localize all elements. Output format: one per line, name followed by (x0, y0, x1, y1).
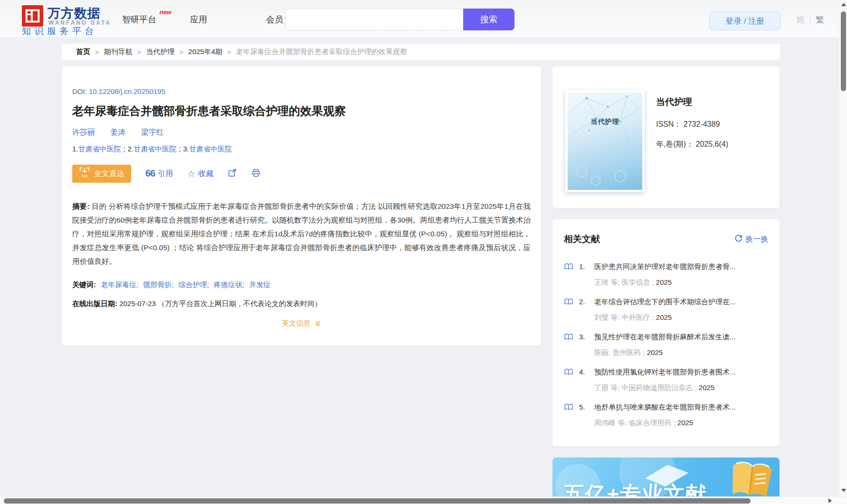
related-item-meta: 丁朋 等; 中国药物滥用防治杂志 ;2025 (594, 383, 768, 392)
keyword-link[interactable]: 并发症 (249, 280, 271, 289)
book-icon (564, 298, 573, 308)
author-link[interactable]: 姜涛 (110, 128, 125, 136)
keyword-link[interactable]: 老年尿毒症 (101, 280, 136, 289)
keywords-row: 关键词: 老年尿毒症; 髋部骨折; 综合护理; 疼痛症状; 并发症 (72, 280, 531, 289)
breadcrumb-item-home[interactable]: 首页 (76, 47, 90, 56)
issue-value: 2025,6(4) (696, 140, 729, 148)
breadcrumb-item-issue[interactable]: 2025年4期 (188, 47, 222, 56)
related-item-title[interactable]: 预防性使用氯化钾对老年髋部骨折患者围术... (594, 367, 768, 377)
vertical-scrollbar[interactable] (839, 0, 847, 496)
journal-cover: 当代护理 (565, 90, 645, 192)
refresh-button[interactable]: 换一换 (734, 234, 768, 244)
related-list: 1. 医护患共同决策护理对老年髋部骨折患者骨... 王琦 等; 医学信息 ;20… (552, 262, 780, 438)
affiliation-link[interactable]: 甘肃省中医院 (78, 145, 121, 153)
related-item-number: 4. (579, 367, 585, 377)
keyword-link[interactable]: 疼痛症状 (214, 280, 242, 289)
doi-label: DOI: (72, 87, 87, 95)
related-item: 4. 预防性使用氯化钾对老年髋部骨折患者围术... 丁朋 等; 中国药物滥用防治… (552, 367, 780, 402)
issue-label: 年,卷(期)： (656, 140, 696, 148)
related-item-meta: 刘莹 等; 中外医疗 ;2025 (594, 313, 768, 322)
wanfang-logo-icon (22, 5, 43, 27)
cite-button[interactable]: 66 引用 (145, 168, 173, 179)
related-item: 1. 医护患共同决策护理对老年髋部骨折患者骨... 王琦 等; 医学信息 ;20… (552, 262, 780, 297)
related-item-year: 2025 (656, 313, 672, 321)
related-item-title[interactable]: 老年综合评估理念下的围手术期综合护理在... (594, 297, 768, 307)
book-icon (564, 368, 573, 378)
affiliation-link[interactable]: 甘肃省中医院 (133, 145, 176, 153)
cover-network-pattern (568, 93, 642, 190)
related-title: 相关文献 (564, 233, 600, 245)
related-item: 5. 地舒单抗与唑来膦酸在老年髋部骨折患者术... 周伟峰 等; 临床合理用药 … (552, 402, 780, 438)
affiliation-link[interactable]: 甘肃省中医院 (189, 145, 232, 153)
search-input[interactable] (285, 9, 463, 30)
new-badge: new (160, 9, 171, 16)
vertical-scrollbar-thumb[interactable] (841, 11, 846, 91)
keyword-separator: ; (242, 280, 244, 289)
journal-name: 当代护理 (656, 96, 728, 108)
favorite-button[interactable]: ☆ 收藏 (187, 168, 213, 179)
affiliation-number: 2. (128, 145, 134, 153)
online-date-label: 在线出版日期: (72, 299, 117, 308)
login-register-button[interactable]: 登录 / 注册 (709, 11, 780, 30)
breadcrumb-separator: > (95, 48, 99, 56)
journal-issn-row: ISSN： 2732-4389 (656, 120, 728, 129)
related-literature-card: 相关文献 换一换 1. 医护患共同决策护理对老年髋部骨折患者骨... 王琦 等;… (552, 219, 780, 446)
scrollbar-up-arrow-icon[interactable] (841, 3, 846, 6)
related-item-number: 2. (579, 297, 585, 307)
keyword-separator: ; (136, 280, 138, 289)
lang-divider: | (809, 15, 811, 25)
journal-card: 当代护理 当代护理 ISSN： 2732-4389 年,卷(期)： 2025,6… (552, 66, 780, 208)
journal-issue-row: 年,卷(期)： 2025,6(4) (656, 140, 728, 149)
share-button[interactable] (228, 168, 237, 179)
related-item-year: 2025 (699, 383, 714, 392)
scrollbar-down-arrow-icon[interactable] (841, 489, 846, 492)
related-item-title[interactable]: 医护患共同决策护理对老年髋部骨折患者骨... (594, 262, 768, 271)
issn-label: ISSN： (656, 120, 684, 128)
keywords-label: 关键词: (72, 280, 96, 289)
online-date-note: （万方平台首次上网日期，不代表论文的发表时间） (158, 299, 322, 308)
lang-simplified[interactable]: 简 (796, 14, 805, 26)
site-logo[interactable]: 万方数据 WANFANG DATA 知识服务平台 (22, 5, 131, 34)
related-item-year: 2025 (677, 419, 693, 427)
affiliation-number: 3. (183, 145, 189, 153)
author-list: 许莎丽 姜涛 梁宇红 (72, 128, 531, 137)
lang-traditional[interactable]: 繁 (816, 14, 824, 26)
related-item-title[interactable]: 预见性护理在老年髋部骨折麻醉术后发生谵... (594, 332, 768, 342)
book-icon (564, 263, 573, 272)
nav-item-zhiyan-platform[interactable]: 智研平台 new (122, 14, 156, 25)
nav-item-applications[interactable]: 应用 (190, 14, 207, 25)
related-item-title[interactable]: 地舒单抗与唑来膦酸在老年髋部骨折患者术... (594, 402, 768, 412)
chevron-double-down-icon (313, 319, 321, 327)
affiliation-number: 1. (72, 145, 78, 153)
horizontal-scrollbar-thumb[interactable] (4, 498, 751, 504)
breadcrumb-item-journal-nav[interactable]: 期刊导航 (104, 47, 133, 56)
breadcrumb-separator: > (227, 48, 231, 56)
keyword-separator: ; (172, 280, 174, 289)
print-icon (251, 168, 261, 179)
fulltext-button[interactable]: free 全文直达 (72, 165, 131, 183)
nav-item-membership[interactable]: 会员 (266, 14, 283, 25)
book-icon (564, 403, 573, 413)
doi-link[interactable]: 10.12208/j.cn.20250195 (89, 87, 165, 95)
author-link[interactable]: 许莎丽 (72, 128, 95, 136)
author-link[interactable]: 梁宇红 (141, 128, 164, 136)
journal-cover-title: 当代护理 (568, 118, 642, 126)
print-button[interactable] (251, 168, 261, 179)
related-item-year: 2025 (656, 278, 672, 286)
related-item-number: 1. (579, 262, 585, 271)
related-item-meta: 陈丽; 贵州医药 ;2025 (594, 348, 768, 357)
star-icon: ☆ (187, 168, 195, 179)
search-button[interactable]: 搜索 (463, 9, 514, 30)
breadcrumb-item-journal[interactable]: 当代护理 (146, 47, 175, 56)
doi-row: DOI: 10.12208/j.cn.20250195 (72, 66, 531, 95)
scrollbar-right-arrow-icon[interactable] (828, 498, 832, 503)
online-date-value: 2025-07-23 (119, 299, 156, 308)
abstract: 摘要: 目的 分析将综合护理干预模式应用于老年尿毒症合并髋部骨折患者中的实际价值… (72, 199, 531, 268)
english-info-toggle[interactable]: 英文信息 (72, 319, 531, 328)
keyword-link[interactable]: 髋部骨折 (143, 280, 172, 289)
related-item: 3. 预见性护理在老年髋部骨折麻醉术后发生谵... 陈丽; 贵州医药 ;2025 (552, 332, 780, 367)
breadcrumb: 首页 > 期刊导航 > 当代护理 > 2025年4期 > 老年尿毒症合并髋部骨折… (62, 44, 780, 60)
horizontal-scrollbar[interactable] (0, 496, 847, 504)
keyword-link[interactable]: 综合护理 (179, 280, 207, 289)
book-icon (564, 333, 573, 343)
